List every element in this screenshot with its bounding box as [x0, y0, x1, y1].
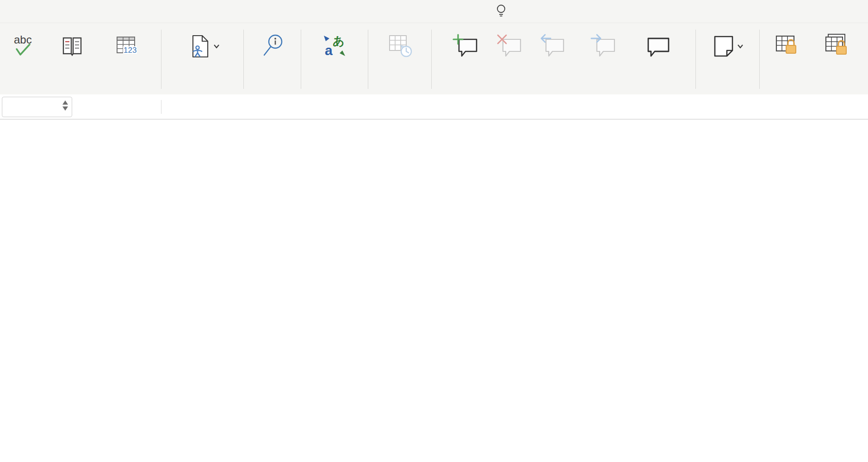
protect-workbook-button[interactable] — [824, 28, 850, 66]
next-comment-button[interactable] — [590, 28, 617, 66]
ribbon-group-divider — [759, 30, 760, 89]
show-changes-button[interactable] — [387, 28, 414, 66]
notes-icon — [710, 34, 744, 59]
protect-sheet-button[interactable] — [774, 28, 800, 66]
ribbon-group-divider — [243, 30, 244, 89]
active-tab-underline — [390, 20, 431, 23]
notes-button[interactable] — [710, 28, 744, 66]
check-accessibility-icon — [187, 34, 220, 59]
lightbulb-icon — [496, 4, 506, 18]
svg-text:123: 123 — [124, 46, 136, 55]
previous-comment-icon — [539, 34, 566, 59]
thesaurus-button[interactable] — [60, 28, 84, 66]
new-comment-icon — [453, 34, 479, 59]
next-comment-icon — [590, 34, 617, 59]
formula-bar — [0, 94, 868, 119]
spreadsheet-grid — [0, 119, 868, 462]
spelling-button[interactable]: abc — [11, 28, 36, 66]
delete-comment-button[interactable] — [496, 28, 523, 66]
protect-workbook-icon — [824, 33, 850, 59]
show-comments-icon — [645, 34, 671, 59]
smart-lookup-button[interactable] — [261, 28, 285, 66]
excel-window: abc — [0, 0, 868, 462]
svg-text:あ: あ — [333, 34, 345, 47]
translate-icon: あ a — [322, 34, 347, 59]
spelling-abc-check-icon: abc — [11, 33, 36, 59]
formula-bar-divider — [161, 100, 161, 114]
thesaurus-book-icon — [60, 34, 84, 58]
menu-bar — [0, 0, 868, 23]
workbook-statistics-button[interactable]: 123 — [114, 28, 139, 66]
new-comment-button[interactable] — [453, 28, 479, 66]
ribbon-group-divider — [368, 30, 368, 89]
ribbon-group-divider — [301, 30, 301, 89]
previous-comment-button[interactable] — [539, 28, 566, 66]
svg-text:a: a — [325, 43, 333, 58]
ribbon-group-divider — [695, 30, 696, 89]
show-changes-icon — [387, 34, 414, 59]
stepper-down-icon — [62, 106, 68, 111]
delete-comment-icon — [496, 34, 523, 59]
protect-sheet-icon — [774, 33, 800, 59]
fill-handle[interactable] — [0, 119, 3, 122]
stepper-up-icon — [62, 100, 68, 105]
workbook-statistics-icon: 123 — [114, 34, 139, 58]
ribbon: abc — [0, 23, 868, 94]
ribbon-chrome: abc — [0, 0, 868, 94]
ribbon-group-divider — [161, 30, 161, 89]
name-box[interactable] — [2, 97, 72, 117]
show-comments-button[interactable] — [645, 28, 671, 66]
translate-button[interactable]: あ a — [322, 28, 347, 66]
name-box-stepper[interactable] — [62, 100, 68, 111]
check-accessibility-button[interactable] — [187, 28, 220, 66]
ribbon-group-divider — [431, 30, 432, 89]
tell-me-button[interactable] — [496, 4, 511, 18]
smart-lookup-icon — [261, 34, 285, 59]
